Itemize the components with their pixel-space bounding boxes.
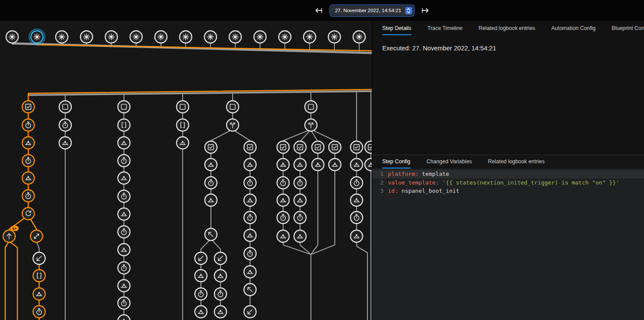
trace-node-timer[interactable] (118, 190, 130, 202)
trace-node-service[interactable] (294, 158, 306, 171)
trace-node-service[interactable] (277, 158, 289, 171)
trace-node-service[interactable] (350, 158, 363, 171)
trace-node-service[interactable] (195, 306, 207, 318)
trace-node-checkbox-on[interactable] (205, 141, 217, 153)
trace-node-asterisk[interactable] (279, 31, 291, 43)
trace-node-asterisk[interactable] (204, 31, 217, 43)
trace-node-asterisk[interactable] (80, 31, 93, 43)
trace-node-arrow-ul[interactable] (205, 228, 217, 241)
trace-node-timer[interactable] (195, 288, 207, 300)
yaml-editor[interactable]: 1platform: template2value_template: '{{ … (372, 168, 644, 320)
tab-step-details[interactable]: Step Details (382, 25, 411, 35)
trace-node-service[interactable] (294, 194, 306, 206)
trace-node-service[interactable] (118, 315, 130, 320)
trace-node-repeat[interactable] (22, 208, 34, 220)
trace-node-brackets[interactable] (177, 119, 189, 131)
trace-node-service[interactable] (33, 288, 45, 300)
trace-node-arrow-dl[interactable] (33, 252, 45, 264)
trace-node-service[interactable] (365, 158, 372, 171)
tab-related-logbook-entries[interactable]: Related logbook entries (479, 25, 535, 35)
trace-node-checkbox-off[interactable] (59, 101, 71, 113)
trace-node-timer[interactable] (118, 297, 130, 309)
trace-node-choose[interactable] (227, 119, 239, 131)
trace-node-asterisk[interactable] (353, 31, 365, 43)
trace-node-timer[interactable] (350, 177, 363, 189)
trace-node-checkbox-off[interactable] (305, 101, 317, 113)
trace-node-service[interactable] (312, 158, 324, 171)
trace-node-asterisk[interactable] (6, 31, 18, 43)
trace-node-service[interactable] (59, 137, 71, 149)
trace-node-checkbox-off[interactable] (177, 101, 189, 113)
trace-node-checkbox-on[interactable] (244, 141, 256, 153)
trace-node-parallel[interactable] (30, 230, 43, 242)
trace-node-timer[interactable] (59, 119, 71, 131)
trace-node-asterisk[interactable] (328, 31, 340, 43)
trace-node-asterisk[interactable] (180, 31, 192, 43)
trace-node-service[interactable] (214, 306, 227, 318)
trace-node-timer[interactable] (22, 119, 34, 131)
trace-node-service[interactable] (118, 244, 130, 256)
trace-node-service[interactable] (244, 229, 256, 241)
trace-node-service[interactable] (294, 230, 306, 242)
trace-node-asterisk[interactable] (254, 31, 266, 43)
run-select[interactable]: 27. November 2022, 14:54:21 (330, 6, 413, 16)
trace-node-asterisk[interactable] (56, 31, 68, 43)
trace-node-asterisk[interactable] (105, 31, 117, 43)
trace-node-service[interactable] (277, 230, 289, 242)
trace-node-service[interactable] (177, 137, 189, 149)
trace-node-service[interactable] (22, 172, 34, 184)
trace-node-arrow-dl[interactable] (195, 252, 207, 264)
trace-node-asterisk[interactable] (155, 31, 167, 43)
trace-node-service[interactable] (205, 194, 217, 206)
trace-node-asterisk[interactable] (29, 29, 45, 45)
trace-node-timer[interactable] (277, 211, 289, 224)
trace-node-service[interactable] (118, 208, 130, 220)
trace-node-arrow-up[interactable]: 9+ (3, 226, 19, 242)
trace-node-timer[interactable] (277, 177, 289, 189)
previous-run-button[interactable] (313, 5, 324, 16)
trace-node-service[interactable] (118, 172, 130, 184)
trace-node-checkbox-on[interactable] (294, 141, 306, 153)
trace-node-service[interactable] (214, 270, 227, 282)
trace-node-timer[interactable] (244, 247, 256, 260)
trace-node-timer[interactable] (244, 177, 256, 189)
next-run-button[interactable] (420, 5, 431, 16)
trace-node-timer[interactable] (214, 288, 227, 300)
trace-node-service[interactable] (350, 194, 363, 206)
trace-node-service[interactable] (118, 137, 130, 149)
trace-node-timer[interactable] (33, 306, 45, 318)
trace-node-checkbox-on[interactable] (312, 141, 324, 153)
trace-node-checkbox-off[interactable] (227, 101, 239, 113)
trace-node-timer[interactable] (118, 155, 130, 167)
trace-node-timer[interactable] (294, 211, 306, 224)
trace-node-checkbox-on[interactable] (277, 141, 289, 153)
trace-node-arrow-dl[interactable] (244, 306, 256, 318)
trace-node-timer[interactable] (205, 177, 217, 189)
trace-node-service[interactable] (118, 280, 130, 292)
trace-node-timer[interactable] (294, 177, 306, 189)
trace-node-arrow-ul[interactable] (244, 284, 256, 296)
trace-node-service[interactable] (244, 158, 256, 171)
trace-node-service[interactable] (195, 270, 207, 282)
trace-node-brackets[interactable] (118, 119, 130, 131)
trace-node-service[interactable] (244, 194, 256, 206)
trace-node-checkbox-on[interactable] (329, 141, 341, 153)
trace-node-service[interactable] (22, 137, 34, 149)
trace-node-checkbox-on[interactable] (365, 141, 372, 153)
tab-blueprint-config[interactable]: Blueprint Config (612, 25, 644, 35)
trace-node-arrow-dl[interactable] (214, 252, 227, 264)
trace-node-checkbox-on[interactable] (350, 141, 363, 153)
trace-node-brackets[interactable] (33, 270, 45, 282)
trace-node-timer[interactable] (350, 211, 363, 224)
trace-node-asterisk[interactable] (229, 31, 241, 43)
trace-node-timer[interactable] (118, 226, 130, 238)
trace-node-checkbox-on[interactable] (22, 101, 34, 113)
trace-node-service[interactable] (244, 266, 256, 278)
trace-node-asterisk[interactable] (304, 31, 316, 43)
trace-node-timer[interactable] (118, 262, 130, 274)
trace-node-timer[interactable] (22, 155, 34, 167)
trace-node-checkbox-off[interactable] (118, 101, 130, 113)
tab-step-config[interactable]: Step Config (382, 158, 410, 168)
tab-automation-config[interactable]: Automation Config (551, 25, 596, 35)
trace-node-timer[interactable] (244, 211, 256, 224)
